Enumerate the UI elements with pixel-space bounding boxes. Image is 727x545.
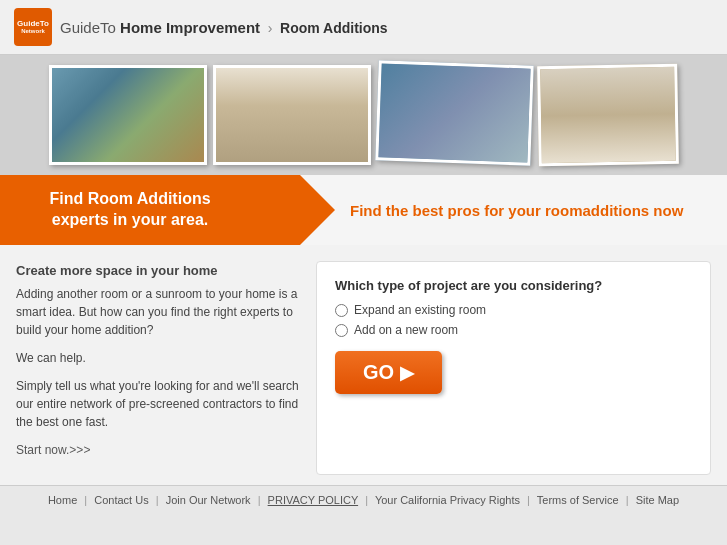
left-panel-para1: Adding another room or a sunroom to your…: [16, 285, 306, 339]
banner-left-text: Find Room Additions experts in your area…: [20, 189, 240, 231]
page-header: GuideTo Network GuideTo Home Improvement…: [0, 0, 727, 55]
site-logo[interactable]: GuideTo Network: [14, 8, 52, 46]
breadcrumb-current: Room Additions: [280, 20, 388, 36]
go-button[interactable]: GO ▶: [335, 351, 442, 394]
hero-photo-living: [213, 65, 371, 165]
left-panel: Create more space in your home Adding an…: [16, 261, 306, 475]
go-label: GO: [363, 361, 394, 384]
site-name: GuideTo: [60, 19, 120, 36]
banner-right: Find the best pros for your roomaddition…: [300, 175, 727, 245]
left-panel-title: Create more space in your home: [16, 261, 306, 281]
left-panel-para2: We can help.: [16, 349, 306, 367]
footer-link-privacy[interactable]: PRIVACY POLICY: [268, 494, 358, 506]
banner-left: Find Room Additions experts in your area…: [0, 175, 300, 245]
hero-photo-construction: [49, 65, 207, 165]
site-sub: Home Improvement: [120, 19, 260, 36]
left-panel-para3: Simply tell us what you're looking for a…: [16, 377, 306, 431]
footer-link-home[interactable]: Home: [48, 494, 77, 506]
footer-sep-2: |: [156, 494, 159, 506]
footer-sep-6: |: [626, 494, 629, 506]
footer-link-tos[interactable]: Terms of Service: [537, 494, 619, 506]
header-breadcrumb: GuideTo Home Improvement › Room Addition…: [60, 19, 388, 36]
right-panel: Which type of project are you considerin…: [316, 261, 711, 475]
footer-sep-5: |: [527, 494, 530, 506]
radio-expand[interactable]: [335, 304, 348, 317]
hero-photo-modern: [537, 64, 679, 166]
hero-photo-laptop: [375, 60, 533, 165]
hero-section: [0, 55, 727, 175]
footer-sep-1: |: [84, 494, 87, 506]
go-arrow-icon: ▶: [400, 362, 414, 384]
footer-link-sitemap[interactable]: Site Map: [636, 494, 679, 506]
logo-network: Network: [21, 28, 45, 35]
radio-addon-label: Add on a new room: [354, 323, 458, 337]
footer-link-network[interactable]: Join Our Network: [166, 494, 251, 506]
footer-link-contact[interactable]: Contact Us: [94, 494, 148, 506]
logo-guideto: GuideTo: [17, 19, 49, 29]
page-footer: Home | Contact Us | Join Our Network | P…: [0, 485, 727, 514]
radio-option-expand[interactable]: Expand an existing room: [335, 303, 692, 317]
banner-right-text: Find the best pros for your roomaddition…: [350, 202, 683, 219]
main-content: Create more space in your home Adding an…: [0, 245, 727, 485]
orange-banner: Find Room Additions experts in your area…: [0, 175, 727, 245]
footer-link-ca-privacy[interactable]: Your California Privacy Rights: [375, 494, 520, 506]
project-question: Which type of project are you considerin…: [335, 278, 692, 293]
start-link[interactable]: Start now.>>>: [16, 443, 90, 457]
footer-sep-4: |: [365, 494, 368, 506]
breadcrumb-separator: ›: [268, 20, 273, 36]
radio-addon[interactable]: [335, 324, 348, 337]
site-name-label: GuideTo Home Improvement: [60, 21, 264, 36]
footer-sep-3: |: [258, 494, 261, 506]
radio-option-addon[interactable]: Add on a new room: [335, 323, 692, 337]
radio-expand-label: Expand an existing room: [354, 303, 486, 317]
